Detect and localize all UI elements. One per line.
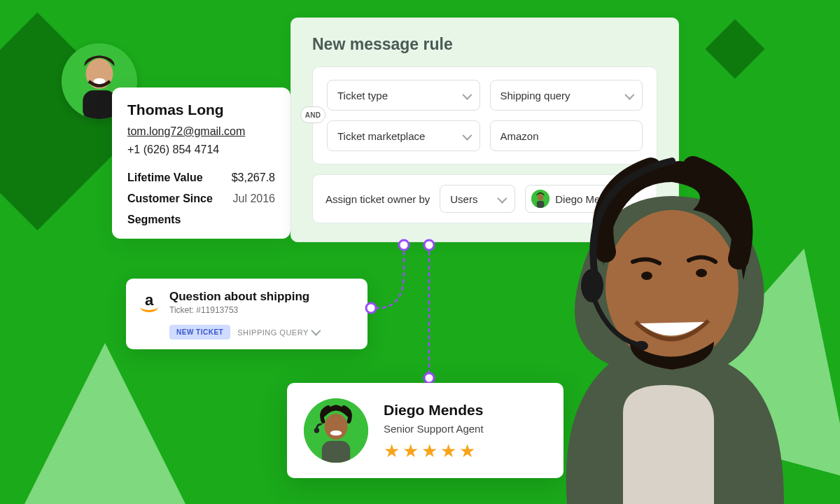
agent-role: Senior Support Agent bbox=[384, 423, 484, 435]
svg-point-8 bbox=[366, 303, 376, 313]
condition-field-label: Ticket marketplace bbox=[337, 130, 425, 142]
and-badge: AND bbox=[300, 106, 326, 123]
assign-label: Assign ticket owner by bbox=[326, 193, 430, 205]
ticket-title: Question about shipping bbox=[169, 290, 309, 304]
ltv-value: $3,267.8 bbox=[232, 172, 275, 184]
condition-field-select[interactable]: Ticket marketplace bbox=[327, 120, 480, 151]
condition-field-label: Ticket type bbox=[337, 90, 388, 102]
svg-rect-13 bbox=[322, 441, 350, 463]
customer-card: Thomas Long tom.long72@gmail.com +1 (626… bbox=[112, 88, 290, 239]
ticket-type-tag[interactable]: SHIPPING QUERY bbox=[237, 328, 318, 337]
svg-rect-2 bbox=[83, 90, 116, 119]
svg-point-20 bbox=[696, 269, 707, 277]
svg-point-10 bbox=[424, 373, 434, 383]
chevron-down-icon bbox=[312, 328, 318, 337]
customer-name: Thomas Long bbox=[127, 102, 275, 118]
star-icon: ★ bbox=[459, 442, 475, 460]
condition-field-select[interactable]: Ticket type bbox=[327, 80, 480, 111]
since-value: Jul 2016 bbox=[233, 192, 276, 205]
svg-point-19 bbox=[641, 272, 652, 280]
svg-point-3 bbox=[93, 78, 105, 85]
star-icon: ★ bbox=[440, 442, 456, 460]
since-label: Customer Since bbox=[127, 192, 213, 205]
chevron-down-icon bbox=[463, 130, 470, 142]
svg-point-17 bbox=[581, 269, 603, 302]
customer-email[interactable]: tom.long72@gmail.com bbox=[127, 125, 275, 138]
chevron-down-icon bbox=[625, 90, 632, 102]
bg-shape bbox=[706, 20, 765, 79]
condition-value-select[interactable]: Shipping query bbox=[490, 80, 643, 111]
ticket-type-label: SHIPPING QUERY bbox=[237, 328, 309, 337]
assign-by-value: Users bbox=[450, 193, 477, 205]
agent-avatar bbox=[304, 398, 368, 463]
bg-shape bbox=[0, 343, 231, 504]
star-icon: ★ bbox=[384, 442, 400, 460]
ticket-card[interactable]: a Question about shipping Ticket: #11913… bbox=[126, 279, 368, 349]
hero-photo bbox=[483, 112, 833, 504]
chevron-down-icon bbox=[463, 90, 470, 102]
agent-rating: ★ ★ ★ ★ ★ bbox=[384, 442, 484, 460]
segments-label: Segments bbox=[127, 214, 275, 226]
agent-name: Diego Mendes bbox=[384, 402, 484, 419]
new-ticket-badge: NEW TICKET bbox=[169, 325, 230, 340]
condition-value-label: Shipping query bbox=[500, 90, 570, 102]
customer-phone: +1 (626) 854 4714 bbox=[127, 144, 275, 156]
svg-point-15 bbox=[314, 428, 319, 433]
svg-point-14 bbox=[330, 430, 342, 435]
star-icon: ★ bbox=[402, 442, 419, 460]
rule-title: New message rule bbox=[312, 35, 657, 54]
ticket-subtitle: Ticket: #11913753 bbox=[169, 305, 309, 315]
star-icon: ★ bbox=[421, 442, 438, 460]
amazon-icon: a bbox=[139, 290, 160, 311]
ltv-label: Lifetime Value bbox=[127, 172, 203, 184]
